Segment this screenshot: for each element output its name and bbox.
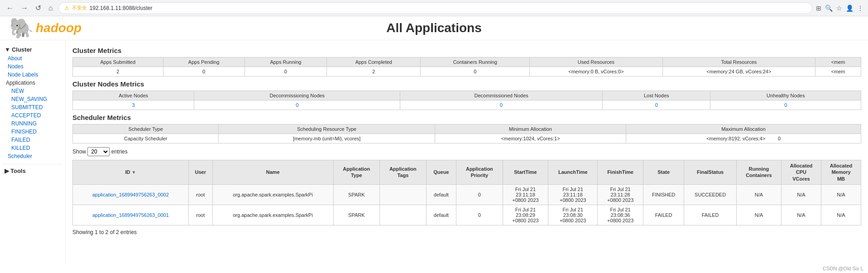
col-scheduling-resource: Scheduling Resource Type [219, 125, 435, 134]
row1-name: org.apache.spark.examples.SparkPi [212, 184, 333, 205]
val-apps-submitted: 2 [73, 67, 163, 77]
row1-app-type: SPARK [333, 184, 380, 205]
sidebar-tools-label: Tools [10, 168, 26, 174]
hadoop-elephant-icon: 🐘 [9, 16, 34, 40]
sidebar-item-nodes[interactable]: Nodes [2, 62, 63, 71]
sidebar-item-killed[interactable]: KILLED [6, 144, 63, 152]
row1-running-containers: N/A [736, 184, 781, 205]
col-unhealthy-nodes: Unhealthy Nodes [710, 91, 861, 101]
sidebar-tools-toggle[interactable]: ▶ Tools [2, 166, 63, 176]
home-button[interactable]: ⌂ [47, 3, 55, 13]
col-active-nodes: Active Nodes [73, 91, 194, 101]
col-total-resources: Total Resources [662, 57, 815, 67]
sidebar-applications-label: Applications [6, 79, 63, 87]
app-link-0002[interactable]: application_1689949756263_0002 [92, 192, 169, 197]
row2-name: org.apache.spark.examples.SparkPi [212, 205, 333, 225]
row1-start-time: Fri Jul 21 23:11:18 +0800 2023 [503, 184, 548, 205]
sidebar-cluster-section: ▼ Cluster About Nodes Node Labels Applic… [2, 45, 63, 160]
collapse-icon: ▼ [5, 46, 10, 53]
row1-allocated-cpu: N/A [781, 184, 821, 205]
sidebar-item-new-saving[interactable]: NEW_SAVING [6, 95, 63, 103]
col-allocated-memory: AllocatedMemoryMB [821, 160, 861, 185]
row2-start-time: Fri Jul 21 23:08:29 +0800 2023 [503, 205, 548, 225]
row1-finish-time: Fri Jul 21 23:11:28 +0800 2023 [598, 184, 643, 205]
sidebar-cluster-toggle[interactable]: ▼ Cluster [2, 45, 63, 54]
decommissioned-link[interactable]: 0 [500, 102, 503, 108]
browser-icon-menu: ⋮ [857, 5, 863, 12]
sidebar-applications-subsection: Applications NEW NEW_SAVING SUBMITTED AC… [2, 79, 63, 152]
col-user: User [188, 160, 212, 185]
footer-credit: CSDN @Old Six L [0, 264, 868, 273]
sidebar-item-new[interactable]: NEW [6, 87, 63, 95]
security-warning-icon: ⚠ [64, 5, 69, 11]
browser-icon-star: ☆ [836, 5, 842, 12]
sidebar-item-submitted[interactable]: SUBMITTED [6, 103, 63, 111]
sidebar-item-running[interactable]: RUNNING [6, 120, 63, 128]
main-content: ▼ Cluster About Nodes Node Labels Applic… [0, 40, 868, 264]
sidebar-item-scheduler[interactable]: Scheduler [2, 152, 63, 160]
col-queue: Queue [426, 160, 456, 185]
unhealthy-link[interactable]: 0 [784, 102, 787, 108]
entries-suffix: entries [111, 148, 128, 155]
browser-icon-search: 🔍 [825, 5, 833, 12]
show-label: Show [72, 148, 86, 155]
val-total-resources: <memory:24 GB, vCores:24> [662, 67, 815, 77]
security-warning-text: 不安全 [72, 5, 87, 11]
row1-allocated-memory: N/A [821, 184, 861, 205]
sidebar-item-about[interactable]: About [2, 54, 63, 62]
col-apps-submitted: Apps Submitted [73, 57, 163, 67]
nodes-metrics-title: Cluster Nodes Metrics [72, 80, 861, 88]
val-scheduling-resource: [memory-mb (unit=Mi), vcores] [219, 134, 435, 144]
col-final-status: FinalStatus [684, 160, 736, 185]
val-apps-completed: 2 [327, 67, 421, 77]
val-decommissioned-nodes: 0 [400, 101, 603, 110]
col-max-allocation: Maximum Allocation [626, 125, 861, 134]
val-scheduler-type: Capacity Scheduler [73, 134, 219, 144]
row2-user: root [188, 205, 212, 225]
col-finish-time: FinishTime [598, 160, 643, 185]
val-containers-running: 0 [421, 67, 530, 77]
decommissioning-link[interactable]: 0 [296, 102, 298, 108]
col-apps-running: Apps Running [245, 57, 326, 67]
showing-text: Showing 1 to 2 of 2 entries [72, 229, 861, 235]
reload-button[interactable]: ↺ [34, 3, 43, 13]
val-apps-running: 0 [245, 67, 326, 77]
row1-final-status: SUCCEEDED [684, 184, 736, 205]
scheduler-metrics-title: Scheduler Metrics [72, 114, 861, 121]
browser-icon-profile: 👤 [846, 5, 854, 12]
col-app-type: ApplicationType [333, 160, 380, 185]
col-running-containers: RunningContainers [736, 160, 781, 185]
col-id[interactable]: ID ▼ [73, 160, 189, 185]
col-used-resources: Used Resources [530, 57, 663, 67]
row2-launch-time: Fri Jul 21 23:08:30 +0800 2023 [548, 205, 598, 225]
nodes-metrics-table: Active Nodes Decommissioning Nodes Decom… [72, 91, 861, 110]
val-apps-pending: 0 [163, 67, 245, 77]
val-reserved-resources: <mem [815, 67, 861, 77]
entries-select[interactable]: 20 10 50 100 [87, 147, 110, 156]
sidebar-divider [2, 164, 63, 164]
col-apps-completed: Apps Completed [327, 57, 421, 67]
scheduler-metrics-table: Scheduler Type Scheduling Resource Type … [72, 124, 861, 144]
back-button[interactable]: ← [5, 3, 15, 13]
forward-button[interactable]: → [19, 3, 30, 13]
val-unhealthy-nodes: 0 [710, 101, 861, 110]
sidebar-item-accepted[interactable]: ACCEPTED [6, 111, 63, 120]
col-start-time: StartTime [503, 160, 548, 185]
col-reserved-resources: <mem [815, 57, 861, 67]
cluster-metrics-title: Cluster Metrics [72, 47, 861, 54]
col-min-allocation: Minimum Allocation [435, 125, 626, 134]
col-name: Name [212, 160, 333, 185]
url-bar[interactable]: ⚠ 不安全 192.168.1.11:8088/cluster [58, 2, 812, 14]
lost-nodes-link[interactable]: 0 [655, 102, 658, 108]
active-nodes-link[interactable]: 3 [132, 102, 135, 108]
sidebar-item-node-labels[interactable]: Node Labels [2, 71, 63, 79]
col-allocated-cpu: AllocatedCPUVCores [781, 160, 821, 185]
table-row: application_1689949756263_0001 root org.… [73, 205, 861, 225]
sidebar-item-failed[interactable]: FAILED [6, 136, 63, 144]
page-title: All Applications [386, 21, 482, 35]
sidebar-item-finished[interactable]: FINISHED [6, 128, 63, 136]
row2-app-tags [380, 205, 427, 225]
app-link-0001[interactable]: application_1689949756263_0001 [92, 212, 169, 218]
row2-allocated-memory: N/A [821, 205, 861, 225]
hadoop-logo-text: hadoop [36, 21, 82, 35]
